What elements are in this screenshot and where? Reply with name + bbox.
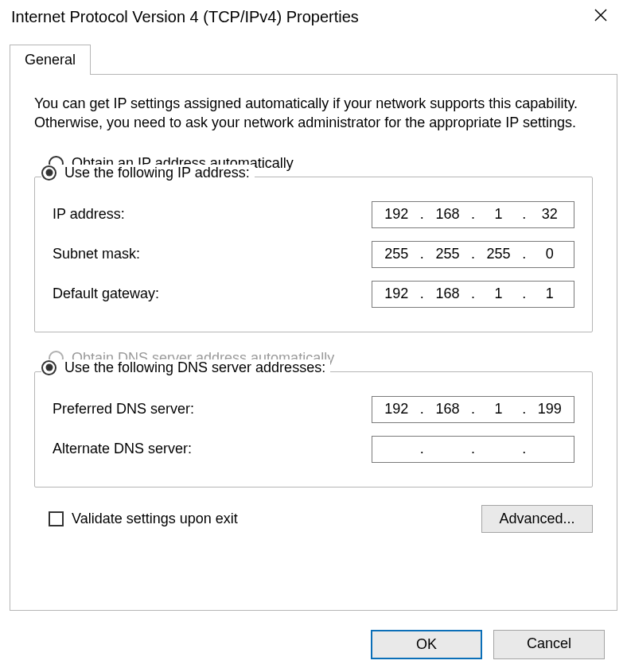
gateway-label: Default gateway: — [53, 286, 372, 302]
dns-manual-label: Use the following DNS server addresses: — [64, 359, 325, 376]
ip-octet[interactable]: 168 — [429, 401, 465, 418]
radio-icon — [41, 360, 56, 375]
dot-icon: . — [471, 206, 475, 223]
gateway-input[interactable]: 192. 168. 1. 1 — [372, 281, 574, 308]
subnet-row: Subnet mask: 255. 255. 255. 0 — [53, 241, 574, 268]
ip-manual-group: Use the following IP address: IP address… — [34, 177, 593, 332]
subnet-label: Subnet mask: — [53, 246, 372, 262]
preferred-dns-row: Preferred DNS server: 192. 168. 1. 199 — [53, 396, 574, 423]
preferred-dns-input[interactable]: 192. 168. 1. 199 — [372, 396, 574, 423]
dot-icon: . — [522, 286, 526, 302]
alternate-dns-row: Alternate DNS server: . . . — [53, 436, 574, 463]
dot-icon: . — [522, 206, 526, 223]
properties-dialog: Internet Protocol Version 4 (TCP/IPv4) P… — [0, 0, 627, 672]
gateway-row: Default gateway: 192. 168. 1. 1 — [53, 281, 574, 308]
dot-icon: . — [420, 441, 424, 457]
alternate-dns-label: Alternate DNS server: — [53, 441, 372, 457]
alternate-dns-input[interactable]: . . . — [372, 436, 574, 463]
dot-icon: . — [420, 401, 424, 418]
subnet-input[interactable]: 255. 255. 255. 0 — [372, 241, 574, 268]
ip-octet[interactable]: 199 — [532, 401, 568, 418]
ip-octet[interactable]: 168 — [429, 206, 465, 223]
tab-page-general: You can get IP settings assigned automat… — [10, 74, 617, 611]
dot-icon: . — [522, 441, 526, 457]
checkbox-icon — [49, 511, 64, 526]
dot-icon: . — [471, 246, 475, 262]
dns-manual-group: Use the following DNS server addresses: … — [34, 371, 593, 487]
tab-general[interactable]: General — [10, 45, 91, 75]
dot-icon: . — [471, 286, 475, 302]
ip-octet[interactable]: 168 — [429, 286, 465, 302]
cancel-button[interactable]: Cancel — [493, 630, 605, 659]
ok-button[interactable]: OK — [371, 630, 482, 659]
intro-text: You can get IP settings assigned automat… — [34, 94, 593, 133]
ip-octet[interactable]: 1 — [532, 286, 568, 302]
titlebar: Internet Protocol Version 4 (TCP/IPv4) P… — [0, 0, 627, 34]
dialog-buttons: OK Cancel — [10, 619, 617, 672]
dot-icon: . — [471, 441, 475, 457]
dot-icon: . — [420, 286, 424, 302]
ip-manual-radio[interactable]: Use the following IP address: — [41, 165, 255, 181]
ip-address-input[interactable]: 192. 168. 1. 32 — [372, 201, 574, 228]
ip-octet[interactable]: 192 — [378, 286, 415, 302]
close-icon[interactable] — [586, 5, 616, 29]
ip-octet[interactable]: 32 — [532, 206, 568, 223]
ip-octet[interactable]: 1 — [481, 401, 517, 418]
dot-icon: . — [522, 246, 526, 262]
tab-strip: General — [10, 44, 617, 74]
ip-octet[interactable]: 255 — [429, 246, 465, 262]
ip-octet[interactable]: 255 — [481, 246, 517, 262]
dot-icon: . — [522, 401, 526, 418]
ip-address-label: IP address: — [53, 206, 372, 223]
tab-footer: Validate settings upon exit Advanced... — [34, 505, 593, 533]
validate-checkbox[interactable]: Validate settings upon exit — [49, 511, 238, 527]
ip-octet[interactable]: 255 — [378, 246, 415, 262]
ip-octet[interactable]: 1 — [481, 286, 517, 302]
client-area: General You can get IP settings assigned… — [0, 34, 627, 672]
radio-icon — [41, 165, 56, 181]
validate-label: Validate settings upon exit — [72, 511, 238, 527]
ip-octet[interactable]: 0 — [532, 246, 568, 262]
preferred-dns-label: Preferred DNS server: — [53, 401, 372, 418]
ip-octet[interactable]: 1 — [481, 206, 517, 223]
dot-icon: . — [471, 401, 475, 418]
ip-octet[interactable]: 192 — [378, 401, 415, 418]
dot-icon: . — [420, 206, 424, 223]
dot-icon: . — [420, 246, 424, 262]
ip-address-row: IP address: 192. 168. 1. 32 — [53, 201, 574, 228]
window-title: Internet Protocol Version 4 (TCP/IPv4) P… — [11, 8, 359, 26]
advanced-button[interactable]: Advanced... — [481, 505, 593, 533]
ip-manual-label: Use the following IP address: — [64, 165, 250, 181]
dns-manual-radio[interactable]: Use the following DNS server addresses: — [41, 359, 330, 376]
ip-octet[interactable]: 192 — [378, 206, 415, 223]
